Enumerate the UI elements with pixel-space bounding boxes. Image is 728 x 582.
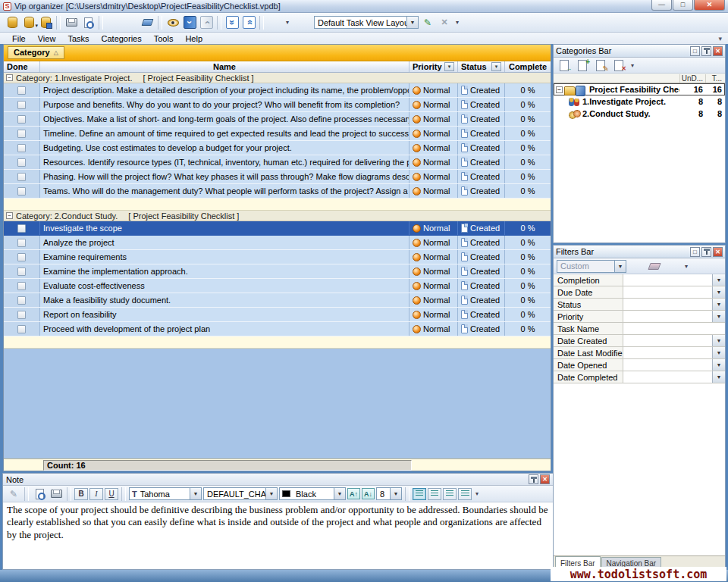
filter-dropdown-icon[interactable]: ▼ (712, 371, 725, 383)
font-color-combo[interactable]: Black ▼ (279, 487, 346, 500)
increase-font-icon[interactable]: A↑ (347, 488, 360, 499)
task-done-checkbox[interactable] (17, 86, 26, 95)
new-database-icon[interactable] (5, 15, 20, 30)
task-done-checkbox[interactable] (17, 144, 26, 152)
panel-maximize-button[interactable]: □ (690, 247, 700, 257)
task-done-checkbox[interactable] (17, 130, 26, 138)
align-left-button[interactable] (413, 488, 426, 500)
categories-toolbar-caret-icon[interactable]: ▾ (629, 62, 636, 69)
new-task-icon[interactable] (106, 15, 121, 30)
align-right-button[interactable] (443, 488, 457, 500)
task-done-checkbox[interactable] (17, 325, 26, 333)
group-header-1[interactable]: − Category: 1.Investigate Project. [ Pro… (4, 73, 551, 83)
column-header-status[interactable]: Status ▼ (458, 61, 505, 72)
menu-item[interactable]: View (32, 34, 62, 43)
undone-column-header[interactable]: UnD... (679, 74, 705, 83)
filter-preset-combo[interactable]: Custom ▼ (557, 260, 626, 273)
task-row[interactable]: Proceed with development of the project … (4, 322, 551, 336)
font-family-combo[interactable]: T Tahoma ▼ (129, 487, 202, 500)
apply-filter-icon[interactable] (629, 258, 644, 274)
note-pin-button[interactable] (529, 474, 538, 484)
filter-dropdown-icon[interactable]: ▼ (712, 335, 725, 346)
filter-dropdown-icon[interactable]: ▼ (712, 274, 725, 286)
tree-collapse-icon[interactable]: − (556, 86, 563, 93)
category-tree-item[interactable]: − 1.Investigate Project. 8 8 (554, 95, 725, 108)
task-row[interactable]: Make a feasibility study document. Norma… (4, 293, 551, 308)
task-done-checkbox[interactable] (17, 268, 26, 276)
menu-item[interactable]: File (6, 34, 32, 43)
menu-item[interactable]: Categories (96, 34, 148, 43)
task-row[interactable]: Project description. Make a detailed des… (4, 83, 551, 98)
italic-button[interactable]: I (89, 488, 103, 500)
filter-dropdown-icon[interactable]: ▼ (712, 299, 725, 310)
close-button[interactable]: ✕ (694, 0, 725, 11)
note-print-preview-icon[interactable] (32, 487, 47, 502)
priority-filter-dropdown-icon[interactable]: ▼ (444, 62, 454, 71)
task-row[interactable]: Investigate the scope Normal Created 0 % (4, 221, 551, 236)
filter-dropdown-icon[interactable]: ▼ (712, 359, 725, 371)
panel-pin-button[interactable] (701, 46, 711, 56)
bullet-list-button[interactable] (458, 488, 472, 500)
filter-value-field[interactable] (623, 323, 712, 334)
filter-dropdown-icon[interactable]: ▼ (712, 347, 725, 358)
task-done-checkbox[interactable] (17, 187, 26, 196)
note-close-button[interactable]: ✕ (540, 474, 550, 484)
task-done-checkbox[interactable] (17, 311, 26, 319)
note-toolbar-caret-icon[interactable]: ▾ (473, 490, 481, 497)
maximize-button[interactable]: □ (673, 0, 693, 11)
bold-button[interactable]: B (74, 488, 88, 500)
charset-dropdown-icon[interactable]: ▼ (265, 488, 277, 499)
task-done-checkbox[interactable] (17, 158, 26, 167)
flag-icon[interactable] (267, 15, 282, 30)
collapse-group-icon[interactable]: − (6, 74, 13, 81)
print-icon[interactable] (64, 15, 79, 30)
align-center-button[interactable] (428, 488, 441, 500)
total-column-header[interactable]: T... (705, 74, 725, 83)
filters-toolbar-caret-icon[interactable]: ▾ (682, 263, 690, 270)
save-database-icon[interactable] (38, 15, 53, 30)
edit-category-icon[interactable] (593, 58, 608, 73)
expand-all-icon[interactable] (224, 15, 240, 30)
task-row[interactable]: Teams. Who will do the management duty? … (4, 184, 551, 199)
group-by-category-chip[interactable]: Category △ (8, 46, 64, 59)
task-row[interactable]: Report on feasibility Normal Created 0 % (4, 308, 551, 322)
open-database-icon[interactable] (21, 15, 36, 30)
layout-combo-dropdown-icon[interactable]: ▼ (406, 17, 418, 28)
font-family-dropdown-icon[interactable]: ▼ (190, 488, 201, 499)
filter-value-field[interactable] (623, 347, 712, 358)
task-row[interactable]: Resources. Identify resource types (IT, … (4, 155, 551, 170)
collapse-group-icon[interactable]: − (6, 212, 13, 219)
move-down-icon[interactable] (182, 15, 197, 30)
view-task-icon[interactable] (165, 15, 180, 30)
font-size-dropdown-icon[interactable]: ▼ (390, 488, 401, 499)
edit-task-icon[interactable] (123, 15, 138, 30)
group-header-2[interactable]: − Category: 2.Conduct Study. [ Project F… (4, 211, 551, 221)
task-done-checkbox[interactable] (17, 173, 26, 181)
note-edit-icon[interactable]: ✎ (6, 487, 21, 502)
menu-item[interactable]: Tasks (61, 34, 95, 43)
font-color-dropdown-icon[interactable]: ▼ (334, 488, 345, 499)
filter-value-field[interactable] (623, 335, 712, 346)
task-row[interactable]: Analyze the project Normal Created 0 % (4, 236, 551, 250)
filter-value-field[interactable] (623, 274, 712, 286)
panel-close-button[interactable]: ✕ (713, 247, 723, 257)
task-row[interactable]: Objectives. Make a list of short- and lo… (4, 112, 551, 127)
task-done-checkbox[interactable] (17, 296, 26, 305)
task-done-checkbox[interactable] (17, 282, 26, 290)
filter-value-field[interactable] (623, 371, 712, 383)
print-preview-icon[interactable] (80, 15, 96, 30)
menu-item[interactable]: Tools (148, 34, 180, 43)
eraser-icon[interactable] (647, 258, 662, 274)
status-filter-dropdown-icon[interactable]: ▼ (491, 62, 501, 71)
minimize-button[interactable]: — (651, 0, 672, 11)
filter-preset-dropdown-icon[interactable]: ▼ (614, 261, 626, 272)
task-row[interactable]: Evaluate cost-effectiveness Normal Creat… (4, 279, 551, 293)
filter-dropdown-icon[interactable]: ▼ (712, 311, 725, 322)
task-row[interactable]: Timeline. Define an amount of time requi… (4, 127, 551, 141)
underline-button[interactable]: U (105, 488, 118, 500)
task-row[interactable]: Purpose and benefits. Why do you want to… (4, 98, 551, 112)
column-header-priority[interactable]: Priority ▼ (410, 61, 458, 72)
charset-combo[interactable]: DEFAULT_CHAR ▼ (203, 487, 278, 500)
filter-value-field[interactable] (623, 359, 712, 371)
task-done-checkbox[interactable] (17, 224, 26, 233)
